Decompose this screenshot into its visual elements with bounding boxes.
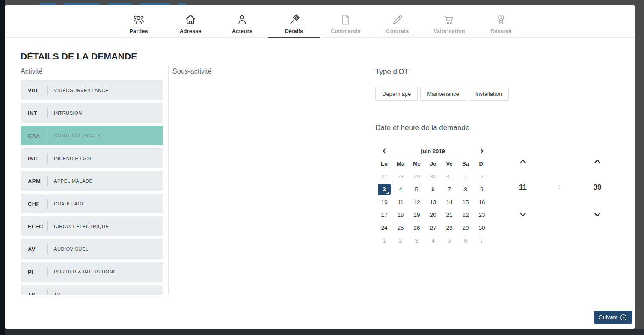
obscured-background-text	[108, 3, 133, 5]
day-cell-16[interactable]: 16	[474, 196, 490, 208]
day-cell-28[interactable]: 28	[441, 221, 457, 234]
day-cell-25[interactable]: 25	[392, 221, 409, 234]
day-cell-7[interactable]: 7	[441, 183, 457, 196]
day-cell-10[interactable]: 10	[376, 196, 392, 208]
minute-up-button[interactable]	[594, 156, 601, 166]
weekday-label: Di	[474, 157, 490, 170]
activity-code: PI	[28, 269, 47, 275]
activity-label: VIDÉOSURVEILLANCE	[54, 88, 109, 93]
day-cell-1-muted: 1	[457, 170, 474, 183]
date-calendar: juin 2019 LuMaMeJeVeSaDi 272829303112345…	[376, 145, 490, 247]
day-cell-6-muted: 6	[457, 234, 474, 247]
weekday-label: Ve	[441, 157, 457, 170]
obscured-background-text	[39, 3, 56, 5]
day-cell-14[interactable]: 14	[441, 196, 457, 208]
ot-option-installation[interactable]: Installation	[469, 87, 509, 101]
activity-item-tv[interactable]: TVTV	[21, 285, 163, 295]
activity-item-divider	[47, 221, 48, 231]
chevron-up-icon	[519, 159, 526, 164]
day-cell-29[interactable]: 29	[457, 221, 474, 234]
day-cell-3[interactable]: 3	[376, 183, 392, 196]
day-cell-23[interactable]: 23	[474, 208, 490, 221]
activity-label: PORTIER & INTERPHONE	[54, 269, 116, 274]
activity-label: CONTRÔLE ACCÈS	[54, 133, 101, 138]
activity-item-av[interactable]: AVAUDIOVISUEL	[21, 239, 163, 259]
time-separator: :	[555, 181, 565, 192]
activity-item-chf[interactable]: CHFCHAUFFAGE	[21, 194, 163, 213]
day-cell-21[interactable]: 21	[441, 208, 457, 221]
hour-value: 11	[519, 182, 527, 193]
weekday-label: Lu	[376, 157, 392, 170]
day-cell-27[interactable]: 27	[425, 221, 441, 234]
day-cell-11[interactable]: 11	[392, 196, 409, 208]
activity-item-pi[interactable]: PIPORTIER & INTERPHONE	[21, 262, 163, 282]
hour-up-button[interactable]	[519, 156, 526, 166]
day-cell-26[interactable]: 26	[409, 221, 425, 234]
day-cell-5-muted: 5	[441, 234, 457, 247]
day-cell-13[interactable]: 13	[425, 196, 441, 208]
activity-item-apm[interactable]: APMAPPEL MALADE	[21, 171, 163, 191]
activity-item-int[interactable]: INTINTRUSION	[21, 103, 163, 123]
step-label: Adresse	[180, 28, 202, 34]
ot-option-depannage[interactable]: Dépannage	[375, 87, 418, 101]
page-title: DÉTAILS DE LA DEMANDE	[21, 51, 137, 62]
activity-item-cax[interactable]: CAXCONTRÔLE ACCÈS	[21, 126, 163, 145]
day-cell-7-muted: 7	[474, 234, 490, 247]
step-contrats: Contrats	[372, 5, 424, 37]
subactivity-column-label: Sous-activité	[172, 68, 212, 75]
chevron-up-icon	[594, 159, 601, 164]
step-label: Parties	[129, 28, 148, 34]
activity-label: CHAUFFAGE	[54, 201, 85, 206]
month-prev-button[interactable]	[376, 146, 392, 156]
ot-option-maintenance[interactable]: Maintenance	[420, 87, 466, 101]
step-adresse[interactable]: Adresse	[165, 5, 217, 37]
obscured-background-text	[63, 3, 100, 5]
month-next-button[interactable]	[474, 146, 490, 156]
day-cell-4-muted: 4	[425, 234, 441, 247]
activity-list: VIDVIDÉOSURVEILLANCEINTINTRUSIONCAXCONTR…	[21, 80, 163, 295]
day-cell-24[interactable]: 24	[376, 221, 392, 234]
calendar-header: juin 2019	[376, 145, 490, 157]
day-cell-20[interactable]: 20	[425, 208, 441, 221]
activity-item-divider	[47, 267, 48, 277]
activity-code: CAX	[28, 133, 47, 139]
ot-type-label: Type d'OT	[375, 68, 409, 76]
hour-down-button[interactable]	[519, 210, 526, 220]
day-cell-6[interactable]: 6	[425, 183, 441, 196]
chevron-left-icon	[381, 148, 387, 154]
commande-document-icon	[340, 13, 352, 26]
backdrop-left-band	[0, 0, 5, 335]
activity-item-inc[interactable]: INCINCENDIE / SSI	[21, 148, 163, 168]
minute-spinner: 39	[585, 156, 610, 220]
step-label: Valorisation	[433, 28, 465, 34]
day-cell-30[interactable]: 30	[474, 221, 490, 234]
day-cell-12[interactable]: 12	[409, 196, 425, 208]
calendar-week-row: 272829303112	[376, 170, 490, 183]
activity-code: AV	[28, 246, 47, 252]
day-cell-17[interactable]: 17	[376, 208, 392, 221]
day-cell-5[interactable]: 5	[409, 183, 425, 196]
day-cell-27-muted: 27	[376, 170, 392, 183]
day-cell-8[interactable]: 8	[457, 183, 474, 196]
activity-label: INTRUSION	[54, 110, 82, 116]
step-details[interactable]: Détails	[268, 5, 320, 37]
day-cell-22[interactable]: 22	[457, 208, 474, 221]
activity-code: VID	[28, 87, 47, 94]
calendar-week-row: 1234567	[376, 234, 490, 247]
day-cell-18[interactable]: 18	[392, 208, 409, 221]
minute-down-button[interactable]	[594, 210, 601, 220]
activity-item-vid[interactable]: VIDVIDÉOSURVEILLANCE	[21, 80, 163, 100]
day-cell-31-muted: 31	[441, 170, 457, 183]
activity-item-elec[interactable]: ELECCIRCUIT ÉLECTRIQUE	[21, 216, 163, 236]
valorisation-cart-icon	[443, 13, 456, 26]
day-cell-15[interactable]: 15	[457, 196, 474, 208]
calendar-day-grid: 2728293031123456789101112131415161718192…	[376, 170, 490, 247]
svg-text:1: 1	[500, 16, 502, 20]
day-cell-4[interactable]: 4	[392, 183, 409, 196]
ot-type-options: DépannageMaintenanceInstallation	[375, 87, 509, 101]
next-button[interactable]: Suivant	[594, 311, 632, 324]
day-cell-19[interactable]: 19	[409, 208, 425, 221]
step-acteurs[interactable]: Acteurs	[217, 5, 268, 37]
day-cell-9[interactable]: 9	[474, 183, 490, 196]
step-parties[interactable]: Parties	[113, 5, 165, 37]
